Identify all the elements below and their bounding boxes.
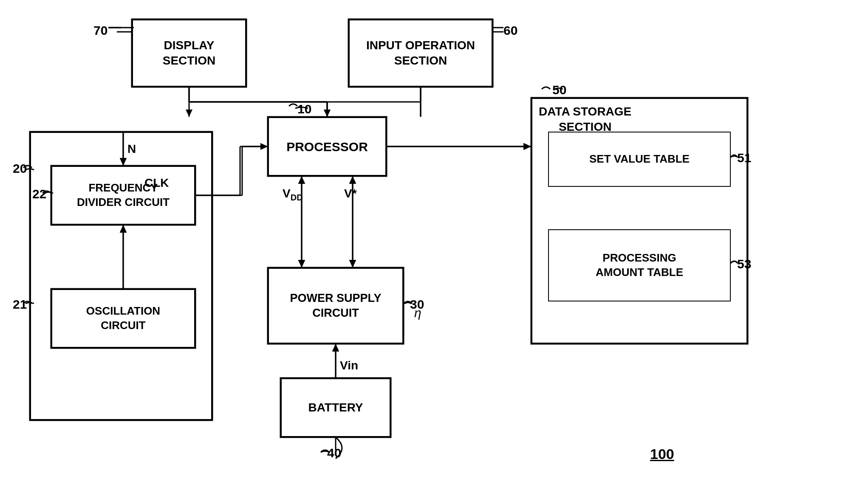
ref-50: 50 [552, 83, 566, 97]
svg-marker-39 [349, 260, 356, 267]
ref-51: 51 [737, 151, 751, 165]
processing-amount-table-block: PROCESSING AMOUNT TABLE [548, 229, 731, 301]
vdd-label: VDD [283, 187, 303, 203]
vin-label: Vin [340, 359, 358, 372]
frequency-divider-block: FREQUENCY DIVIDER CIRCUIT [51, 166, 195, 225]
processor-block: PROCESSOR [268, 117, 387, 176]
svg-marker-35 [298, 176, 305, 183]
battery-block: BATTERY [280, 378, 391, 437]
svg-marker-36 [298, 260, 305, 267]
display-section-block: DISPLAY SECTION [132, 19, 246, 87]
svg-marker-33 [524, 143, 531, 150]
svg-marker-22 [324, 110, 331, 117]
input-operation-section-block: INPUT OPERATION SECTION [348, 19, 493, 87]
set-value-table-block: SET VALUE TABLE [548, 132, 731, 187]
ref-70: 70 [93, 23, 107, 38]
svg-marker-38 [349, 176, 356, 183]
clk-label: CLK [144, 176, 169, 190]
ref-53: 53 [737, 257, 751, 271]
ref-60: 60 [503, 23, 517, 38]
eta-label: η [414, 306, 421, 320]
power-supply-block: POWER SUPPLY CIRCUIT [268, 267, 404, 344]
svg-marker-41 [332, 344, 339, 351]
vstar-label: V* [344, 187, 357, 200]
ref-100: 100 [650, 446, 674, 462]
svg-marker-12 [186, 110, 192, 117]
oscillation-circuit-block: OSCILLATION CIRCUIT [51, 289, 195, 348]
svg-marker-26 [260, 143, 268, 150]
n-label: N [127, 142, 136, 156]
